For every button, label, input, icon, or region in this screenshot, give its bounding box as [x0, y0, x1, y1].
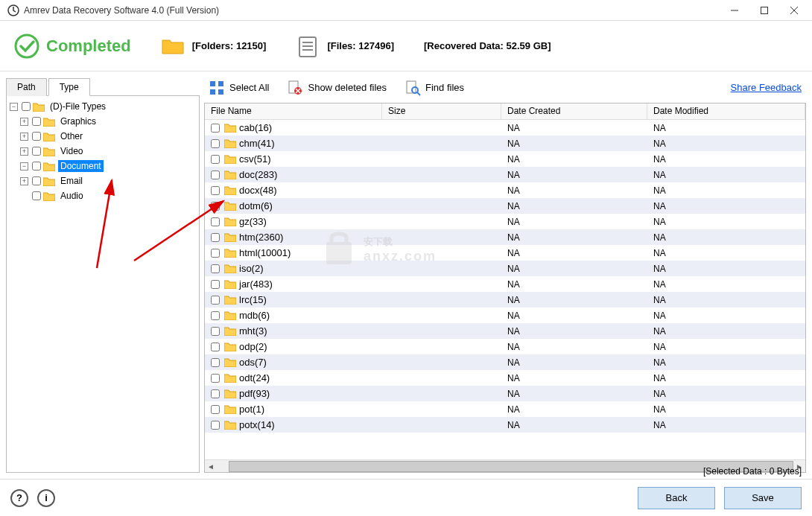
back-button[interactable]: Back [638, 487, 715, 509]
cell-modified: NA [647, 185, 805, 196]
expander-icon[interactable]: − [10, 103, 18, 111]
table-row[interactable]: pot(1)NANA [205, 401, 805, 417]
table-row[interactable]: docx(48)NANA [205, 182, 805, 198]
cell-modified: NA [647, 170, 805, 180]
folder-icon [224, 310, 236, 320]
row-checkbox[interactable] [211, 405, 220, 414]
table-row[interactable]: iso(2)NANA [205, 261, 805, 276]
row-checkbox[interactable] [211, 358, 220, 367]
table-row[interactable]: htm(2360)NANA [205, 229, 805, 245]
right-panel: Select All Show deleted files Find files… [204, 77, 806, 473]
close-button[interactable] [779, 0, 809, 21]
table-row[interactable]: lrc(15)NANA [205, 292, 805, 308]
cell-modified: NA [647, 123, 805, 133]
row-checkbox[interactable] [211, 374, 220, 383]
row-checkbox[interactable] [211, 249, 220, 258]
table-row[interactable]: potx(14)NANA [205, 417, 805, 433]
file-name: doc(283) [239, 169, 277, 180]
maximize-button[interactable] [749, 0, 779, 21]
tab-type[interactable]: Type [48, 78, 90, 96]
folder-icon [43, 176, 55, 186]
show-deleted-button[interactable]: Show deleted files [287, 80, 387, 96]
cell-modified: NA [647, 373, 805, 383]
row-checkbox[interactable] [211, 124, 220, 133]
tree-checkbox[interactable] [32, 132, 41, 141]
tab-path[interactable]: Path [6, 78, 47, 96]
row-checkbox[interactable] [211, 171, 220, 179]
row-checkbox[interactable] [211, 421, 220, 430]
folder-icon [224, 295, 236, 305]
folder-icon [224, 326, 236, 336]
table-row[interactable]: html(10001)NANA [205, 245, 805, 261]
tree-checkbox[interactable] [32, 117, 41, 126]
cell-created: NA [501, 326, 647, 337]
tree-item[interactable]: Audio [8, 188, 197, 203]
file-type-tree[interactable]: − (D)-File Types +Graphics+Other+Video−D… [6, 96, 200, 473]
tree-checkbox[interactable] [22, 102, 31, 111]
row-checkbox[interactable] [211, 280, 220, 289]
row-checkbox[interactable] [211, 186, 220, 195]
row-checkbox[interactable] [211, 264, 220, 273]
row-checkbox[interactable] [211, 389, 220, 398]
row-checkbox[interactable] [211, 233, 220, 242]
row-checkbox[interactable] [211, 327, 220, 336]
info-button[interactable]: i [37, 489, 55, 507]
col-filename[interactable]: File Name [205, 103, 382, 119]
minimize-button[interactable] [720, 0, 749, 21]
table-row[interactable]: gz(33)NANA [205, 214, 805, 229]
cell-created: NA [501, 264, 647, 274]
table-row[interactable]: mht(3)NANA [205, 323, 805, 339]
save-button[interactable]: Save [724, 487, 802, 509]
table-row[interactable]: odt(24)NANA [205, 370, 805, 386]
expander-icon[interactable]: + [20, 177, 28, 185]
grid-body[interactable]: cab(16)NANAchm(41)NANAcsv(51)NANAdoc(283… [205, 120, 805, 459]
tree-item-label: Document [58, 160, 104, 172]
col-modified[interactable]: Date Modified [647, 103, 805, 119]
help-button[interactable]: ? [10, 489, 28, 507]
folder-icon [224, 154, 236, 164]
cell-modified: NA [647, 279, 805, 290]
folder-icon [224, 279, 236, 289]
expander-icon[interactable]: − [20, 162, 28, 171]
expander-icon[interactable]: + [20, 118, 28, 126]
tree-checkbox[interactable] [32, 176, 41, 185]
row-checkbox[interactable] [211, 311, 220, 320]
row-checkbox[interactable] [211, 343, 220, 351]
row-checkbox[interactable] [211, 296, 220, 305]
col-size[interactable]: Size [382, 103, 501, 119]
row-checkbox[interactable] [211, 217, 220, 226]
expander-icon[interactable]: + [20, 133, 28, 141]
find-files-button[interactable]: Find files [405, 80, 464, 96]
row-checkbox[interactable] [211, 202, 220, 211]
share-feedback-link[interactable]: Share Feedback [731, 82, 802, 93]
table-row[interactable]: doc(283)NANA [205, 167, 805, 182]
expander-icon[interactable]: + [20, 147, 28, 156]
table-row[interactable]: mdb(6)NANA [205, 308, 805, 323]
table-row[interactable]: cab(16)NANA [205, 120, 805, 136]
tree-item[interactable]: +Email [8, 173, 197, 188]
table-row[interactable]: odp(2)NANA [205, 339, 805, 354]
table-row[interactable]: dotm(6)NANA [205, 198, 805, 214]
select-all-button[interactable]: Select All [209, 80, 269, 96]
tree-root[interactable]: − (D)-File Types [8, 99, 197, 114]
tree-item[interactable]: +Graphics [8, 114, 197, 129]
table-row[interactable]: csv(51)NANA [205, 151, 805, 167]
col-created[interactable]: Date Created [501, 103, 647, 119]
tree-item[interactable]: +Other [8, 129, 197, 144]
tree-checkbox[interactable] [32, 147, 41, 156]
tree-checkbox[interactable] [32, 162, 41, 171]
recovered-stat: [Recovered Data: 52.59 GB] [424, 40, 551, 51]
cell-modified: NA [647, 404, 805, 415]
table-row[interactable]: ods(7)NANA [205, 354, 805, 370]
row-checkbox[interactable] [211, 139, 220, 148]
table-row[interactable]: jar(483)NANA [205, 276, 805, 292]
tree-item[interactable]: −Document [8, 159, 197, 173]
tree-item[interactable]: +Video [8, 144, 197, 159]
table-row[interactable]: chm(41)NANA [205, 136, 805, 151]
table-row[interactable]: pdf(93)NANA [205, 386, 805, 401]
tree-checkbox[interactable] [32, 191, 41, 200]
folder-icon [224, 264, 236, 273]
row-checkbox[interactable] [211, 155, 220, 164]
file-icon [296, 34, 320, 58]
svg-rect-12 [210, 89, 215, 95]
